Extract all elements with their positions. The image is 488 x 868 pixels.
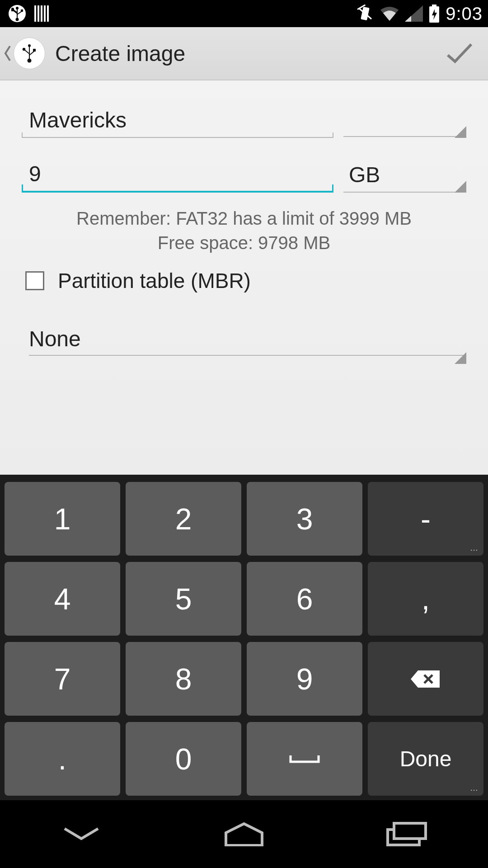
key-7[interactable]: 7 <box>5 642 120 716</box>
usb-status-icon <box>8 5 26 23</box>
svg-rect-6 <box>34 5 36 22</box>
size-input[interactable]: 9 <box>22 151 333 191</box>
svg-rect-22 <box>394 823 426 839</box>
filesystem-spinner[interactable]: None <box>22 315 466 364</box>
key-minus[interactable]: -… <box>368 482 483 556</box>
svg-point-3 <box>16 18 19 21</box>
key-2[interactable]: 2 <box>126 482 241 556</box>
back-button[interactable] <box>4 38 45 69</box>
key-done[interactable]: Done… <box>368 722 483 796</box>
unit-value: GB <box>343 152 466 192</box>
navigation-bar <box>0 800 488 868</box>
svg-point-19 <box>23 48 25 51</box>
unit-spinner[interactable]: GB <box>343 152 466 193</box>
nav-back[interactable] <box>47 818 115 850</box>
key-comma[interactable]: , <box>368 562 483 636</box>
key-8[interactable]: 8 <box>126 642 241 716</box>
numeric-keyboard: 1 2 3 -… 4 5 6 , 7 8 9 . 0 Done… <box>0 475 488 800</box>
svg-point-18 <box>28 59 32 63</box>
signal-icon <box>405 5 423 22</box>
nav-home[interactable] <box>210 818 278 850</box>
svg-point-5 <box>11 8 14 10</box>
key-5[interactable]: 5 <box>126 562 241 636</box>
hint-fat32: Remember: FAT32 has a limit of 3999 MB <box>22 206 466 231</box>
partition-label: Partition table (MBR) <box>58 269 251 293</box>
svg-rect-7 <box>38 5 39 22</box>
confirm-button[interactable] <box>444 38 475 69</box>
key-period[interactable]: . <box>5 722 120 796</box>
key-space[interactable] <box>247 722 362 796</box>
key-9[interactable]: 9 <box>247 642 362 716</box>
action-bar: Create image <box>0 27 488 80</box>
app-icon <box>14 38 45 69</box>
partition-checkbox[interactable] <box>25 271 44 290</box>
key-1[interactable]: 1 <box>5 482 120 556</box>
barcode-status-icon <box>34 5 52 22</box>
page-title: Create image <box>55 41 185 66</box>
key-3[interactable]: 3 <box>247 482 362 556</box>
status-clock: 9:03 <box>446 4 483 24</box>
filesystem-value: None <box>29 326 466 351</box>
hints: Remember: FAT32 has a limit of 3999 MB F… <box>22 206 466 255</box>
key-6[interactable]: 6 <box>247 562 362 636</box>
svg-rect-10 <box>47 5 49 22</box>
key-backspace[interactable] <box>368 642 483 716</box>
vibrate-icon <box>356 5 374 23</box>
nav-recent[interactable] <box>373 818 441 850</box>
form-area: Mavericks 9 GB Remember: FAT32 has a lim… <box>0 80 488 475</box>
svg-rect-20 <box>33 49 36 52</box>
key-4[interactable]: 4 <box>5 562 120 636</box>
extension-spinner[interactable] <box>343 108 466 138</box>
battery-charging-icon <box>428 5 440 23</box>
wifi-icon <box>380 5 399 22</box>
size-field-container: 9 <box>22 151 333 193</box>
svg-rect-4 <box>21 9 23 12</box>
name-input[interactable]: Mavericks <box>22 98 333 137</box>
name-field-container: Mavericks <box>22 98 333 138</box>
svg-rect-8 <box>41 5 42 22</box>
status-bar: 9:03 <box>0 0 488 27</box>
svg-rect-9 <box>44 5 46 22</box>
svg-rect-14 <box>432 5 436 7</box>
svg-rect-17 <box>29 46 30 59</box>
hint-freespace: Free space: 9798 MB <box>22 231 466 255</box>
key-0[interactable]: 0 <box>126 722 241 796</box>
partition-table-row[interactable]: Partition table (MBR) <box>22 269 466 293</box>
